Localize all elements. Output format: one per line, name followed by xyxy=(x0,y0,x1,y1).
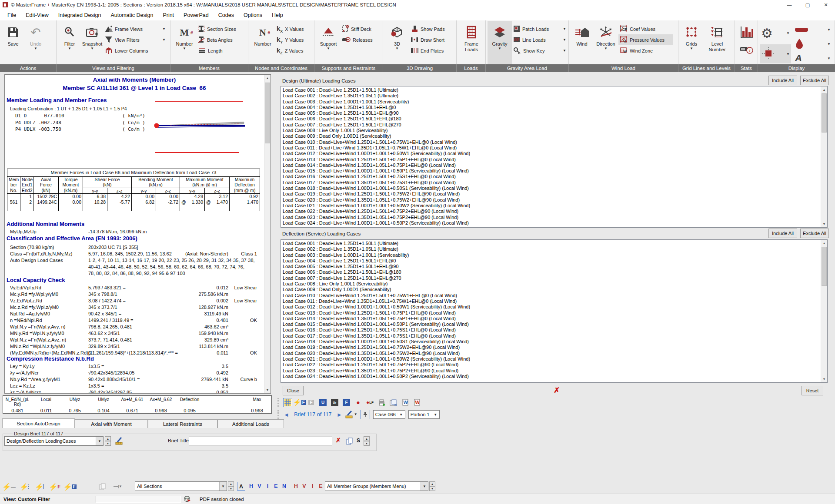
exclude-all-button-service[interactable]: Exclude All xyxy=(800,229,829,238)
include-all-button-design[interactable]: Include All xyxy=(768,76,797,85)
service-list-scrollbar[interactable]: ▲ ▼ xyxy=(821,240,827,382)
direction-button[interactable]: Direction ▼ xyxy=(593,21,618,64)
edit-brief-icon[interactable] xyxy=(114,436,124,446)
record-icon[interactable]: ● xyxy=(354,398,363,407)
load-case-item[interactable]: Load Case 010 : Dead+Live+Wind 1.25D1+1.… xyxy=(281,293,820,298)
scroll-down-icon[interactable]: ▼ xyxy=(821,376,827,382)
letter-toggle-all[interactable]: A xyxy=(237,482,245,491)
length-button[interactable]: Length xyxy=(197,45,245,56)
line-loads-button[interactable]: Line Loads ▼ xyxy=(512,34,568,45)
spin-up-icon[interactable]: ▲ xyxy=(429,481,435,486)
brief-type-combo[interactable]: Design/Deflection LoadingCases ▼ xyxy=(4,436,104,446)
autodesign-grid-icon[interactable]: ⚡ xyxy=(35,482,44,491)
maximize-icon[interactable]: ▢ xyxy=(798,0,817,10)
show-key-button[interactable]: Show Key ▼ xyxy=(512,45,568,56)
include-all-button-service[interactable]: Include All xyxy=(768,229,797,238)
load-case-item[interactable]: Load Case 012 : Dead+Live+Wind 1.00D1+1.… xyxy=(281,304,820,310)
autodesign-run-icon[interactable]: ⚡F xyxy=(295,398,304,407)
spin-up-icon[interactable]: ▲ xyxy=(228,481,234,486)
load-case-item[interactable]: Load Case 010 : Dead+Live+Wind 1.25D1+1.… xyxy=(281,139,820,145)
groups-spinner[interactable]: ▲▼ xyxy=(429,481,435,491)
menu-item[interactable]: Edit-View xyxy=(21,11,53,20)
letter-toggle[interactable]: I xyxy=(264,483,272,489)
display-font-button[interactable]: A ▼ xyxy=(794,52,832,64)
coef-values-button[interactable]: CP Coef Values xyxy=(618,23,673,34)
spin-up-icon[interactable]: ▲ xyxy=(105,436,111,441)
sections-filter-combo[interactable]: All Sections ▼ xyxy=(135,481,227,491)
menu-item[interactable]: PowerPad xyxy=(179,11,214,20)
spin-down-icon[interactable]: ▼ xyxy=(429,486,435,491)
load-case-item[interactable]: Load Case 016 : Dead+Live+Wind 1.25D1+1.… xyxy=(281,327,820,333)
frame-views-button[interactable]: Frame Views ▼ xyxy=(104,23,167,34)
load-case-item[interactable]: Load Case 007 : Dead+Live 1.25D1+1.50L1+… xyxy=(281,275,820,281)
load-case-item[interactable]: Load Case 008 : Live Only 1.00L1 (Servic… xyxy=(281,281,820,287)
s-button[interactable]: S xyxy=(357,438,360,444)
section-sizes-button[interactable]: Section Sizes xyxy=(197,23,245,34)
portion-combo[interactable]: Portion 1 ▼ xyxy=(408,410,440,419)
autodesign-list-icon[interactable]: ⚡ xyxy=(20,482,29,491)
load-case-item[interactable]: Load Case 005 : Dead+Live 1.25D1+1.50L1+… xyxy=(281,110,820,116)
load-case-item[interactable]: Load Case 018 : Dead+Live+Wind 1.00D1+1.… xyxy=(281,339,820,345)
load-case-item[interactable]: Load Case 013 : Dead+Live+Wind 1.25D1+1.… xyxy=(281,157,820,162)
utilisation-icon[interactable]: U xyxy=(318,398,327,407)
letter-toggle[interactable]: H xyxy=(247,483,255,489)
word-export-icon[interactable]: W xyxy=(401,398,410,407)
load-case-item[interactable]: Load Case 012 : Dead+Live+Wind 1.00D1+1.… xyxy=(281,151,820,156)
case-combo[interactable]: Case 066 : ▼ xyxy=(373,410,405,419)
frame-loads-button[interactable]: Frame Loads xyxy=(459,21,484,64)
menu-item[interactable]: Options xyxy=(239,11,267,20)
design-disabled-icon[interactable]: F xyxy=(307,398,316,407)
autodesign-f-icon[interactable]: ⚡F xyxy=(65,482,74,491)
record-lf-icon[interactable]: ●LF xyxy=(365,398,374,407)
beta-angles-button[interactable]: Beta Angles xyxy=(197,34,245,45)
minimize-icon[interactable]: — xyxy=(780,0,798,10)
menu-item[interactable]: Print xyxy=(158,11,179,20)
load-case-item[interactable]: Load Case 021 : Dead+Live+Wind 1.00D1+1.… xyxy=(281,203,820,209)
tab-lateral-restraints[interactable]: Lateral Restraints xyxy=(148,419,217,428)
scroll-up-icon[interactable]: ▲ xyxy=(821,240,827,246)
load-case-item[interactable]: Load Case 001 : Dead+Live 1.25D1+1.50L1 … xyxy=(281,87,820,93)
load-case-item[interactable]: Load Case 004 : Dead+Live 1.25D1+1.50L1+… xyxy=(281,105,820,110)
load-case-item[interactable]: Load Case 016 : Dead+Live+Wind 1.25D1+1.… xyxy=(281,174,820,179)
spin-down-icon[interactable]: ▼ xyxy=(228,486,234,491)
tab-additional-loads[interactable]: Additional Loads xyxy=(217,419,284,428)
display-node-button[interactable]: ▼ xyxy=(760,44,791,63)
load-case-item[interactable]: Load Case 023 : Dead+Live+Wind 1.35D1+1.… xyxy=(281,368,820,374)
end-plates-button[interactable]: End Plates xyxy=(409,45,454,56)
load-case-item[interactable]: Load Case 019 : Dead+Live+Wind 1.25D1+1.… xyxy=(281,191,820,197)
load-case-item[interactable]: Load Case 011 : Dead+Live+Wind 1.35D1+1.… xyxy=(281,145,820,151)
menu-item[interactable]: Integrated Design xyxy=(53,11,106,20)
load-case-item[interactable]: Load Case 019 : Dead+Live+Wind 1.25D1+1.… xyxy=(281,345,820,350)
load-case-item[interactable]: Load Case 021 : Dead+Live+Wind 1.00D1+1.… xyxy=(281,356,820,362)
sections-spinner[interactable]: ▲▼ xyxy=(228,481,234,491)
menu-item[interactable]: Automatic Design xyxy=(106,11,158,20)
letter-toggle[interactable]: N xyxy=(280,483,288,489)
load-case-item[interactable]: Load Case 009 : Dead Only 1.00D1 (Servic… xyxy=(281,133,820,139)
save-button[interactable]: Save xyxy=(2,21,24,64)
globe-icon[interactable] xyxy=(184,495,190,502)
letter-toggle[interactable]: E xyxy=(317,483,325,489)
display-settings-button[interactable]: ⚙ ▼ xyxy=(760,23,791,43)
next-brief-icon[interactable]: ► xyxy=(337,411,342,418)
close-button[interactable]: Close xyxy=(283,386,304,395)
load-case-item[interactable]: Load Case 014 : Dead+Live+Wind 1.35D1+1.… xyxy=(281,162,820,168)
copy-disabled-icon[interactable] xyxy=(98,482,107,491)
show-pads-button[interactable]: Show Pads xyxy=(409,23,454,34)
member-groups-combo[interactable]: All Member Groups (Members Menu) ▼ xyxy=(325,481,428,491)
load-case-item[interactable]: Load Case 017 : Dead+Live+Wind 1.35D1+1.… xyxy=(281,333,820,339)
autodesign-all-icon[interactable]: ⚡— xyxy=(4,482,13,491)
report-scrollbar[interactable]: ▲ ▼ xyxy=(264,75,271,393)
scroll-down-icon[interactable]: ▼ xyxy=(821,221,827,227)
load-case-item[interactable]: Load Case 006 : Dead+Live 1.25D1+1.50L1+… xyxy=(281,269,820,275)
stiff-deck-button[interactable]: Stiff Deck xyxy=(341,23,381,34)
lower-columns-button[interactable]: Lower Columns xyxy=(104,45,167,56)
brief-nav-spinner[interactable]: ▲▼ xyxy=(364,436,370,446)
level-number-button[interactable]: Level Number xyxy=(703,21,731,64)
spin-down-icon[interactable]: ▼ xyxy=(364,441,370,446)
load-case-item[interactable]: Load Case 023 : Dead+Live+Wind 1.35D1+1.… xyxy=(281,215,820,220)
load-case-item[interactable]: Load Case 001 : Dead+Live 1.25D1+1.50L1 … xyxy=(281,241,820,246)
filter-button[interactable]: Filter ▼ xyxy=(58,21,81,64)
member-number-button[interactable]: M# Number ▼ xyxy=(172,21,197,64)
print-icon[interactable] xyxy=(377,398,386,407)
clear-brief-icon[interactable]: ✗ xyxy=(336,437,341,444)
